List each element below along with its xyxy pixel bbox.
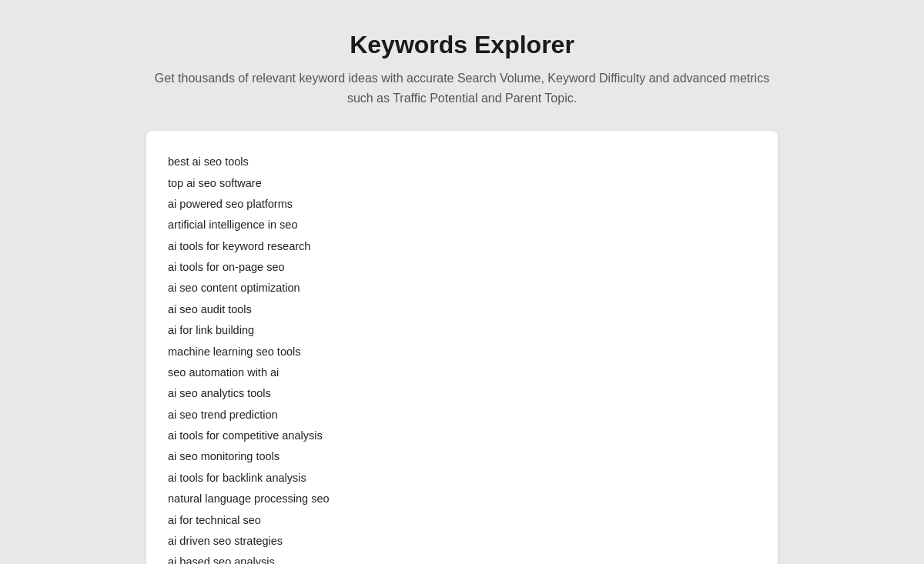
list-item: machine learning seo tools (168, 342, 756, 362)
keywords-list: best ai seo toolstop ai seo softwareai p… (168, 152, 756, 564)
list-item: ai driven seo strategies (168, 532, 756, 551)
list-item: ai for technical seo (168, 511, 756, 530)
list-item: ai tools for keyword research (168, 237, 756, 256)
list-item: ai seo monitoring tools (168, 447, 756, 466)
list-item: ai seo analytics tools (168, 384, 756, 403)
list-item: ai seo audit tools (168, 300, 756, 319)
list-item: ai tools for backlink analysis (168, 469, 756, 488)
list-item: ai seo content optimization (168, 279, 756, 298)
list-item: ai seo trend prediction (168, 405, 756, 425)
list-item: ai tools for on-page seo (168, 258, 756, 277)
list-item: natural language processing seo (168, 489, 756, 509)
page-subtitle: Get thousands of relevant keyword ideas … (154, 68, 770, 108)
list-item: best ai seo tools (168, 152, 756, 172)
list-item: ai based seo analysis (168, 552, 756, 564)
list-item: seo automation with ai (168, 363, 756, 382)
list-item: ai powered seo platforms (168, 195, 756, 214)
main-card: best ai seo toolstop ai seo softwareai p… (146, 131, 778, 564)
list-item: artificial intelligence in seo (168, 215, 756, 235)
page-header: Keywords Explorer Get thousands of relev… (154, 31, 770, 108)
list-item: ai for link building (168, 321, 756, 340)
list-item: top ai seo software (168, 174, 756, 193)
list-item: ai tools for competitive analysis (168, 426, 756, 446)
page-title: Keywords Explorer (154, 31, 770, 59)
